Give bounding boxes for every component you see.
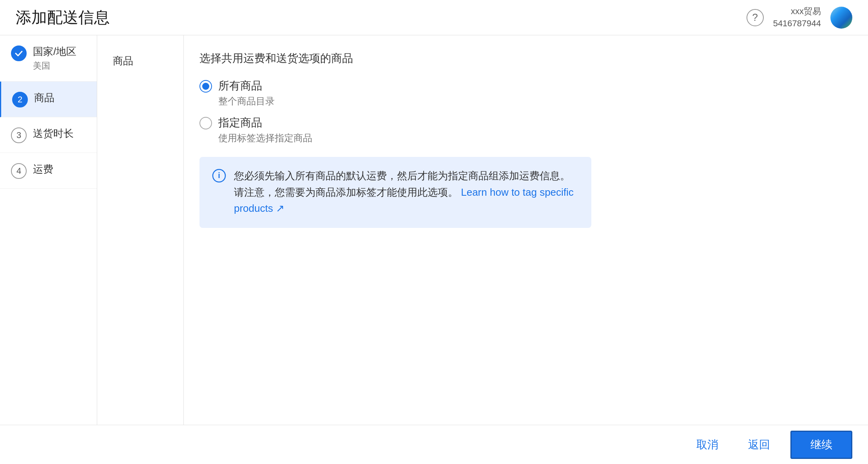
sidebar-item-products[interactable]: 2 商品 <box>0 82 97 117</box>
step-badge-products: 2 <box>12 92 28 107</box>
header-right: ? xxx贸易 5416787944 <box>747 5 852 30</box>
content-area: 商品 选择共用运费和送货选项的商品 所有商品 整个商品目录 <box>97 35 868 425</box>
info-circle-icon: i <box>212 169 226 183</box>
page-title: 添加配送信息 <box>16 7 110 28</box>
avatar <box>830 7 852 29</box>
radio-all-sublabel: 整个商品目录 <box>218 95 275 107</box>
radio-specific-label: 指定商品 <box>218 115 312 130</box>
continue-button[interactable]: 继续 <box>790 431 852 459</box>
footer: 取消 返回 继续 <box>0 425 868 464</box>
checkmark-icon <box>14 49 23 58</box>
section-label: 商品 <box>97 35 183 425</box>
radio-specific-circle[interactable] <box>199 117 212 129</box>
sidebar-item-shipping-label: 运费 <box>33 162 53 176</box>
sidebar-item-shipping[interactable]: 4 运费 <box>0 153 97 189</box>
sidebar-item-country-sublabel: 美国 <box>33 60 76 72</box>
radio-all-label: 所有商品 <box>218 78 275 93</box>
header: 添加配送信息 ? xxx贸易 5416787944 <box>0 0 868 35</box>
sidebar: 国家/地区 美国 2 商品 3 送货时长 4 <box>0 35 97 425</box>
radio-specific-sublabel: 使用标签选择指定商品 <box>218 132 312 144</box>
section-content: 选择共用运费和送货选项的商品 所有商品 整个商品目录 指定商品 使用标 <box>183 35 868 425</box>
user-info: xxx贸易 5416787944 <box>773 5 821 30</box>
user-name: xxx贸易 <box>791 5 821 18</box>
step-badge-delivery: 3 <box>11 127 27 143</box>
sidebar-item-country[interactable]: 国家/地区 美国 <box>0 35 97 82</box>
sidebar-item-delivery[interactable]: 3 送货时长 <box>0 117 97 153</box>
info-box: i 您必须先输入所有商品的默认运费，然后才能为指定商品组添加运费信息。请注意，您… <box>199 157 591 228</box>
radio-option-specific[interactable]: 指定商品 使用标签选择指定商品 <box>199 115 852 144</box>
help-icon[interactable]: ? <box>747 9 764 26</box>
radio-group: 所有商品 整个商品目录 指定商品 使用标签选择指定商品 <box>199 78 852 144</box>
info-box-text: 您必须先输入所有商品的默认运费，然后才能为指定商品组添加运费信息。请注意，您需要… <box>234 168 579 217</box>
step-badge-country <box>11 45 27 61</box>
external-link-icon: ↗ <box>276 202 285 214</box>
sidebar-item-products-label: 商品 <box>34 91 54 105</box>
section-heading: 选择共用运费和送货选项的商品 <box>199 51 852 66</box>
radio-option-all[interactable]: 所有商品 整个商品目录 <box>199 78 852 107</box>
sidebar-item-country-label: 国家/地区 <box>33 45 76 58</box>
radio-all-circle[interactable] <box>199 80 212 93</box>
sidebar-item-delivery-label: 送货时长 <box>33 127 74 140</box>
step-badge-shipping: 4 <box>11 163 27 179</box>
back-button[interactable]: 返回 <box>739 432 779 458</box>
user-id: 5416787944 <box>773 18 821 30</box>
svg-text:i: i <box>218 171 220 180</box>
main-layout: 国家/地区 美国 2 商品 3 送货时长 4 <box>0 35 868 425</box>
cancel-button[interactable]: 取消 <box>687 432 728 458</box>
